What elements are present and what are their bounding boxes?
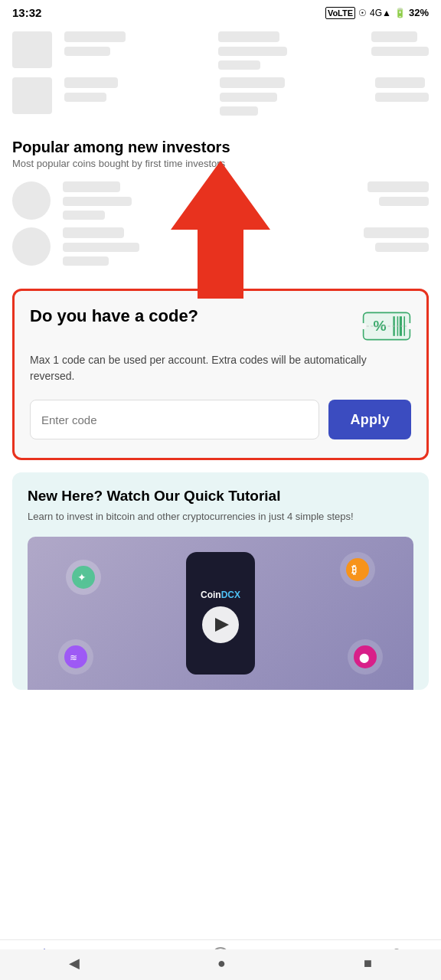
skeleton-top	[0, 22, 441, 132]
coin-solana: ≋	[58, 639, 93, 675]
svg-text:₿: ₿	[351, 564, 357, 576]
tutorial-description: Learn to invest in bitcoin and other cry…	[28, 509, 413, 524]
back-button[interactable]: ◀	[69, 955, 80, 972]
coin-polkadot: ⬤	[348, 639, 383, 675]
video-thumbnail[interactable]: ✦ ₿ ≋ ⬤ CoinDCX	[28, 537, 413, 690]
coupon-code-input[interactable]	[30, 400, 319, 439]
home-button[interactable]: ●	[217, 956, 226, 972]
svg-text:⬤: ⬤	[359, 652, 369, 663]
battery-percent: 32%	[409, 7, 429, 18]
system-navigation-bar: ◀ ● ■	[0, 949, 441, 980]
coupon-header: Do you have a code? %	[30, 306, 411, 346]
wifi-icon: ☉	[358, 8, 367, 18]
coin-bitcoin: ₿	[340, 552, 375, 587]
signal-icon: 4G▲	[370, 8, 391, 18]
coupon-description: Max 1 code can be used per account. Extr…	[30, 352, 411, 384]
skeleton-coins	[0, 172, 441, 283]
apply-button[interactable]: Apply	[328, 400, 411, 439]
tutorial-title: New Here? Watch Our Quick Tutorial	[28, 488, 413, 505]
coin-ripple: ✦	[66, 560, 101, 595]
svg-text:✦: ✦	[77, 571, 87, 583]
coupon-icon: %	[362, 306, 411, 346]
video-phone-mockup: CoinDCX	[186, 552, 255, 675]
recents-button[interactable]: ■	[364, 956, 372, 972]
svg-text:≋: ≋	[70, 652, 77, 663]
status-icons: VoLTE ☉ 4G▲ 🔋 32%	[325, 7, 429, 19]
battery-icon: 🔋	[394, 8, 406, 18]
status-bar: 13:32 VoLTE ☉ 4G▲ 🔋 32%	[0, 0, 441, 22]
popular-title: Popular among new investors	[12, 139, 429, 156]
tutorial-section: New Here? Watch Our Quick Tutorial Learn…	[12, 472, 429, 690]
volte-icon: VoLTE	[325, 7, 355, 19]
popular-section-title: Popular among new investors Most popular…	[0, 132, 441, 172]
coupon-card: Do you have a code? % Max 1 code can be …	[12, 289, 429, 460]
play-button[interactable]	[202, 606, 239, 643]
svg-point-13	[346, 558, 369, 581]
phone-logo: CoinDCX	[201, 590, 240, 600]
coupon-input-row: Apply	[30, 400, 411, 439]
popular-subtitle: Most popular coins bought by first time …	[12, 158, 429, 169]
status-time: 13:32	[12, 6, 41, 19]
play-triangle-icon	[215, 618, 229, 632]
coupon-title: Do you have a code?	[30, 306, 362, 326]
